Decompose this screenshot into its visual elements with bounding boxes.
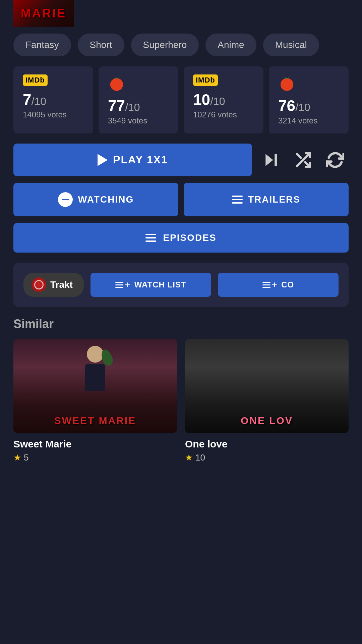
skip-next-icon: [262, 151, 280, 169]
similar-title: Similar: [13, 317, 349, 331]
similar-card-one-love[interactable]: ONE LOV One love ★ 10: [185, 339, 349, 463]
rating-score-4: 76/10: [278, 97, 310, 115]
episodes-button[interactable]: EPISODES: [13, 223, 349, 253]
rating-score-1: 7/10: [23, 91, 46, 109]
rating-votes-4: 3214 votes: [278, 116, 317, 125]
svg-point-1: [110, 78, 123, 91]
refresh-icon: [326, 151, 344, 169]
collection-icon: +: [262, 280, 277, 289]
genre-row: Fantasy Short Superhero Anime Musical: [0, 34, 362, 66]
rt-logo-1: [108, 74, 125, 92]
watching-label: WATCHING: [78, 194, 134, 205]
episodes-row: EPISODES: [0, 223, 362, 263]
watch-list-icon: +: [115, 280, 130, 289]
rating-card-imdb-2: IMDb 10/10 10276 votes: [184, 66, 263, 133]
genre-tag-musical[interactable]: Musical: [263, 34, 319, 56]
one-love-rating: ★ 10: [185, 452, 349, 463]
secondary-row: WATCHING TRAILERS: [0, 183, 362, 223]
star-icon-1: ★: [13, 452, 21, 463]
one-love-name: One love: [185, 438, 349, 450]
play-button[interactable]: PLAY 1X1: [13, 144, 252, 176]
watch-list-label: WATCH LIST: [134, 280, 186, 289]
minus-bar: [62, 199, 69, 200]
play-icon: [98, 154, 108, 166]
svg-point-3: [281, 78, 293, 91]
svg-marker-4: [265, 154, 273, 166]
rt-logo-2: [278, 74, 296, 92]
one-love-thumb-title: ONE LOV: [241, 415, 293, 426]
sweet-marie-thumb-title: SWEET MARIE: [54, 415, 136, 426]
rating-votes-2: 3549 votes: [108, 116, 147, 125]
hero-title: MARIE: [21, 6, 66, 20]
watch-list-button[interactable]: + WATCH LIST: [90, 273, 211, 297]
similar-card-sweet-marie[interactable]: SWEET MARIE Sweet Marie ★ 5: [13, 339, 177, 463]
trakt-icon: [32, 277, 46, 292]
genre-tag-fantasy[interactable]: Fantasy: [13, 34, 71, 56]
similar-thumb-sweet-marie: SWEET MARIE: [13, 339, 177, 433]
trailers-label: TRAILERS: [248, 194, 300, 205]
play-label: PLAY 1X1: [113, 154, 168, 166]
hero-image: MARIE: [13, 0, 74, 27]
action-row: PLAY 1X1: [0, 144, 362, 183]
episodes-label: EPISODES: [163, 232, 216, 243]
svg-line-8: [297, 154, 301, 158]
similar-thumb-one-love: ONE LOV: [185, 339, 349, 433]
trailers-button[interactable]: TRAILERS: [184, 183, 349, 216]
rating-votes-3: 10276 votes: [193, 110, 237, 119]
rating-row: IMDb 7/10 14095 votes 77/10 3549 votes I…: [0, 66, 362, 144]
trakt-section: Trakt + WATCH LIST + CO: [13, 263, 349, 307]
genre-tag-anime[interactable]: Anime: [205, 34, 256, 56]
rating-score-2: 77/10: [108, 97, 140, 115]
trakt-label: Trakt: [50, 279, 73, 290]
trailers-list-icon: [232, 196, 243, 204]
svg-rect-5: [275, 154, 277, 166]
similar-grid: SWEET MARIE Sweet Marie ★ 5 ONE LOV One …: [13, 339, 349, 463]
collection-label: CO: [281, 280, 294, 289]
rating-card-rt-2: 76/10 3214 votes: [269, 66, 349, 133]
refresh-button[interactable]: [322, 147, 349, 173]
imdb-logo-1: IMDb: [23, 74, 48, 86]
sweet-marie-rating: ★ 5: [13, 452, 177, 463]
figure-decoration: [75, 346, 115, 406]
shuffle-button[interactable]: [290, 147, 316, 173]
skip-next-button[interactable]: [257, 147, 284, 173]
watching-button[interactable]: WATCHING: [13, 183, 178, 216]
sweet-marie-score: 5: [24, 452, 28, 463]
shuffle-icon: [294, 151, 312, 169]
genre-tag-short[interactable]: Short: [78, 34, 124, 56]
episodes-list-icon: [145, 234, 156, 242]
rating-votes-1: 14095 votes: [23, 110, 67, 119]
imdb-logo-2: IMDb: [193, 74, 218, 86]
rating-card-rt-1: 77/10 3549 votes: [99, 66, 178, 133]
minus-icon: [58, 192, 73, 207]
similar-section: Similar SWEET MARIE Sweet Marie ★: [0, 317, 362, 476]
rating-card-imdb-1: IMDb 7/10 14095 votes: [13, 66, 93, 133]
sweet-marie-name: Sweet Marie: [13, 438, 177, 450]
trakt-logo: Trakt: [23, 273, 84, 297]
one-love-score: 10: [195, 452, 205, 463]
collection-button[interactable]: + CO: [218, 273, 339, 297]
star-icon-2: ★: [185, 452, 193, 463]
rating-score-3: 10/10: [193, 91, 225, 109]
hero-section: MARIE: [0, 0, 362, 27]
genre-tag-superhero[interactable]: Superhero: [131, 34, 199, 56]
